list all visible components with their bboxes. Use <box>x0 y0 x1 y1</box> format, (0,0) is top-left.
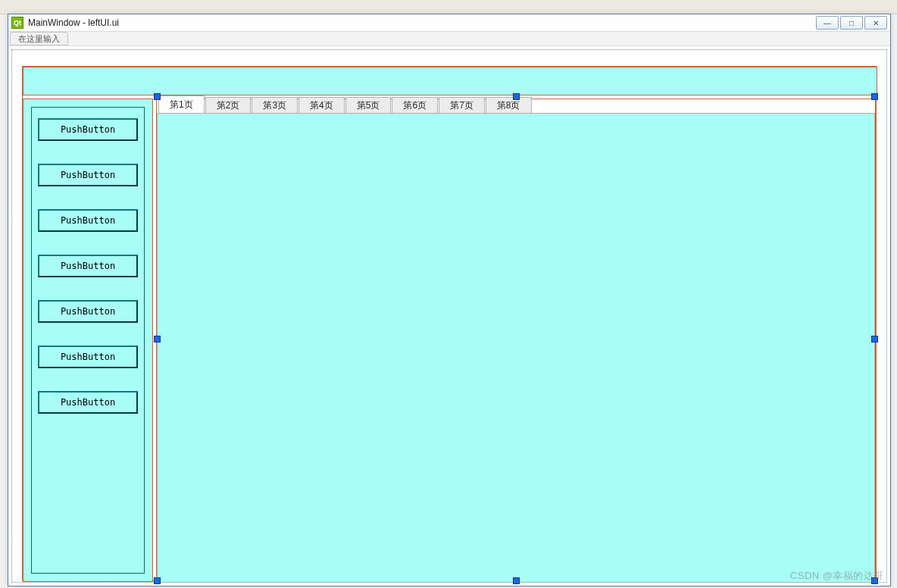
push-button-4[interactable]: PushButton <box>38 255 138 277</box>
header-frame[interactable] <box>23 67 877 95</box>
design-canvas[interactable]: PushButton PushButton PushButton PushBut… <box>8 46 890 586</box>
selection-handle-icon[interactable] <box>154 336 161 342</box>
tab-page-1[interactable]: 第1页 <box>158 95 205 113</box>
button-column: PushButton PushButton PushButton PushBut… <box>32 108 144 424</box>
tab-page-7[interactable]: 第7页 <box>439 97 485 113</box>
push-button-6[interactable]: PushButton <box>38 346 138 368</box>
minimize-button[interactable]: — <box>816 16 839 30</box>
tab-page-3[interactable]: 第3页 <box>252 97 298 113</box>
selection-handle-icon[interactable] <box>513 577 520 584</box>
tab-widget[interactable]: 第1页 第2页 第3页 第4页 第5页 第6页 第7页 第8页 <box>157 96 875 581</box>
selection-handle-icon[interactable] <box>154 577 161 584</box>
menu-placeholder[interactable]: 在这里输入 <box>10 32 68 45</box>
main-row: PushButton PushButton PushButton PushBut… <box>23 99 876 582</box>
subwindow-titlebar[interactable]: Qt MainWindow - leftUI.ui — □ ✕ <box>8 14 890 32</box>
push-button-7[interactable]: PushButton <box>38 391 138 414</box>
tab-page-6[interactable]: 第6页 <box>392 97 438 113</box>
designer-subwindow: Qt MainWindow - leftUI.ui — □ ✕ 在这里输入 Pu… <box>8 14 891 586</box>
close-button[interactable]: ✕ <box>864 16 887 30</box>
left-panel[interactable]: PushButton PushButton PushButton PushBut… <box>23 99 153 582</box>
ide-toolbar-strip <box>0 0 897 14</box>
tab-page-2[interactable]: 第2页 <box>205 97 252 113</box>
right-panel[interactable]: 第1页 第2页 第3页 第4页 第5页 第6页 第7页 第8页 <box>156 99 876 582</box>
push-button-2[interactable]: PushButton <box>38 164 138 186</box>
menubar: 在这里输入 <box>8 32 890 46</box>
push-button-5[interactable]: PushButton <box>38 300 138 323</box>
left-inner-frame: PushButton PushButton PushButton PushBut… <box>31 107 145 574</box>
push-button-1[interactable]: PushButton <box>38 118 138 141</box>
watermark-text: CSDN @幸福的达哥 <box>790 569 884 583</box>
push-button-3[interactable]: PushButton <box>38 209 138 232</box>
selection-handle-icon[interactable] <box>871 93 878 100</box>
tab-page-8[interactable]: 第8页 <box>486 97 532 113</box>
qt-logo-icon: Qt <box>11 17 23 29</box>
maximize-button[interactable]: □ <box>840 16 863 30</box>
subwindow-title: MainWindow - leftUI.ui <box>28 17 816 28</box>
selection-handle-icon[interactable] <box>871 336 878 342</box>
tab-content-area[interactable] <box>157 113 875 583</box>
central-widget-layout: PushButton PushButton PushButton PushBut… <box>22 66 877 581</box>
tab-page-4[interactable]: 第4页 <box>298 97 345 113</box>
selection-handle-icon[interactable] <box>154 93 161 100</box>
tab-page-5[interactable]: 第5页 <box>345 97 392 113</box>
selection-handle-icon[interactable] <box>513 93 520 100</box>
